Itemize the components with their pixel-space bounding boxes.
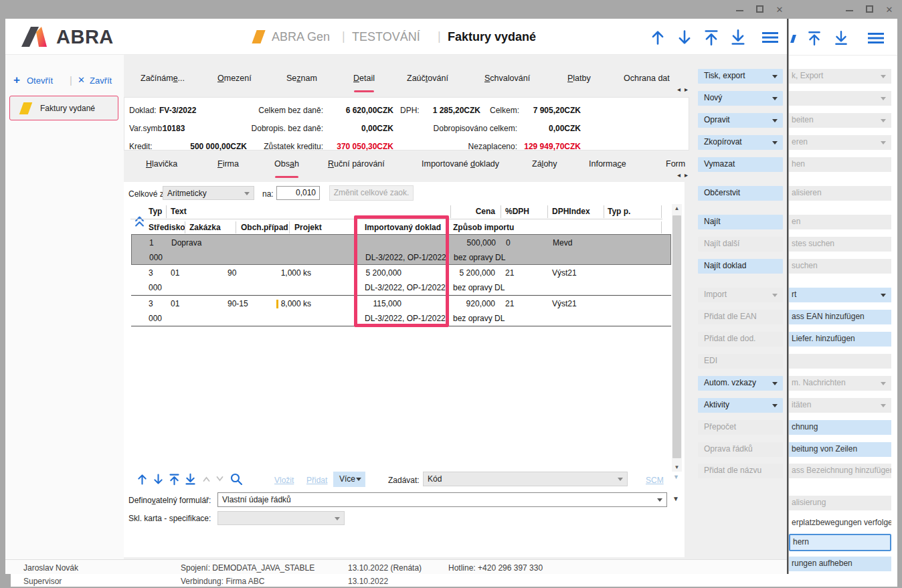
col-text[interactable]: Text <box>171 207 187 216</box>
main-tab[interactable]: Detail <box>353 74 375 90</box>
tab-scroll-right-icon[interactable]: ▸ <box>685 171 688 179</box>
more-button[interactable]: Více <box>333 472 365 487</box>
row-prev-icon[interactable] <box>202 476 211 482</box>
workspace-item-faktury-vydane[interactable]: Faktury vydané <box>9 96 118 120</box>
main-tab[interactable]: Začínáme... <box>141 74 185 90</box>
definable-form-select[interactable]: Vlastní údaje řádků <box>217 492 667 507</box>
backwin-button[interactable] <box>789 354 891 369</box>
close-button[interactable]: Zavřít <box>90 76 112 86</box>
open-button[interactable]: Otevřít <box>27 76 53 86</box>
record-top-button[interactable] <box>703 29 720 46</box>
window-maximize-button[interactable] <box>752 4 767 16</box>
sidebar-button[interactable]: Najít další <box>698 237 783 252</box>
sub-tab[interactable]: Hlavička <box>146 159 177 175</box>
backwin-move-top-button[interactable] <box>806 30 822 46</box>
record-next-button[interactable] <box>676 29 693 46</box>
backwin-button[interactable]: itäten <box>789 398 891 413</box>
sidebar-button[interactable]: Nový <box>698 91 783 106</box>
main-tab[interactable]: Seznam <box>286 74 317 90</box>
sub-tab[interactable]: Ruční párování <box>328 159 385 175</box>
tab-scroll-left-icon[interactable]: ◂ <box>677 171 681 179</box>
row-next-icon[interactable] <box>215 476 224 482</box>
sidebar-button[interactable]: Občerstvit <box>698 186 783 201</box>
backwin-menu-button[interactable] <box>867 31 885 45</box>
sidebar-button[interactable]: Vymazat <box>698 157 783 172</box>
backwin-maximize-button[interactable] <box>862 4 877 16</box>
col-cena[interactable]: Cena <box>428 207 495 216</box>
sidebar-button[interactable]: Přidat dle dod. <box>698 332 783 347</box>
sidebar-button[interactable]: Tisk, export <box>698 69 783 84</box>
row-up-button[interactable] <box>136 473 149 486</box>
main-tab[interactable]: Platby <box>567 74 591 90</box>
backwin-button[interactable]: rungen aufheben <box>789 557 891 571</box>
backwin-button[interactable]: en <box>789 215 891 229</box>
sidebar-button[interactable]: Přidat dle EAN <box>698 310 783 324</box>
sub-tab[interactable]: Form <box>666 159 685 175</box>
backwin-button[interactable]: beitung von Zeilen <box>789 442 891 457</box>
search-button[interactable] <box>230 472 243 486</box>
backwin-button[interactable]: ass EAN hinzufügen <box>789 310 891 324</box>
backwin-button[interactable]: beiten <box>789 113 891 128</box>
sidebar-button[interactable]: Přidat dle názvu <box>698 464 783 478</box>
sub-tab[interactable]: Importované doklady <box>422 159 499 175</box>
sidebar-button[interactable]: EDI <box>698 354 783 369</box>
table-scrollbar[interactable]: ▲ ▼ <box>672 204 682 472</box>
sub-tab[interactable]: Firma <box>217 159 239 175</box>
backwin-button[interactable]: eren <box>789 135 891 150</box>
backwin-button[interactable]: chnung <box>789 420 891 435</box>
sub-tab[interactable]: Zálohy <box>532 159 557 175</box>
sidebar-button[interactable]: Autom. vzkazy <box>698 376 783 391</box>
sidebar-button[interactable]: Import <box>698 288 783 302</box>
backwin-button[interactable]: alisierung <box>789 496 891 510</box>
backwin-button[interactable]: alisieren <box>789 186 891 201</box>
rounding-mode-select[interactable]: Aritmeticky <box>163 186 254 200</box>
col-zpusob-importu[interactable]: Způsob importu <box>453 223 514 232</box>
tab-scroll-left-icon[interactable]: ◂ <box>677 86 681 93</box>
backwin-button[interactable]: hern <box>789 534 891 551</box>
backwin-minimize-button[interactable] <box>842 4 856 16</box>
collapse-rows-icon[interactable] <box>134 215 145 228</box>
backwin-button[interactable]: stes suchen <box>789 237 891 252</box>
col-projekt[interactable]: Projekt <box>294 223 322 232</box>
window-minimize-button[interactable] <box>732 4 747 16</box>
row-bottom-button[interactable] <box>184 473 197 486</box>
backwin-button[interactable]: hen <box>789 157 891 172</box>
main-menu-button[interactable] <box>760 31 780 44</box>
backwin-button[interactable]: Liefer. hinzufügen <box>789 332 891 347</box>
main-tab[interactable]: Omezení <box>217 74 252 90</box>
record-bottom-button[interactable] <box>729 29 747 46</box>
scrollbar-thumb[interactable] <box>672 215 681 458</box>
backwin-button[interactable]: erplatzbewegungen verfolgen <box>789 516 891 530</box>
insert-link[interactable]: Vložit <box>274 476 294 485</box>
col-typp[interactable]: Typ p. <box>608 207 630 216</box>
backwin-move-bottom-button[interactable] <box>833 30 849 46</box>
record-first-button[interactable] <box>649 29 666 46</box>
col-typ[interactable]: Typ <box>149 207 162 216</box>
backwin-button[interactable] <box>789 91 891 106</box>
stock-card-spec-select[interactable] <box>217 511 345 525</box>
backwin-button[interactable]: m. Nachrichten <box>789 376 891 391</box>
row-down-button[interactable] <box>152 473 165 486</box>
backwin-close-button[interactable]: ✕ <box>882 4 897 16</box>
sidebar-button[interactable]: Najít doklad <box>698 259 783 274</box>
sidebar-button[interactable]: Opravit <box>698 113 783 128</box>
backwin-button[interactable]: suchen <box>789 259 891 274</box>
row-top-button[interactable] <box>168 473 181 486</box>
col-zakazka[interactable]: Zakázka <box>189 223 221 232</box>
rounding-value-input[interactable]: 0,010 <box>276 186 320 200</box>
col-dph[interactable]: %DPH <box>505 207 529 216</box>
add-link[interactable]: Přidat <box>306 476 327 485</box>
backwin-button[interactable]: ass Bezeichnung hinzufügen <box>789 464 891 478</box>
scm-link[interactable]: SCM <box>646 476 664 485</box>
form-extra-dropdown[interactable]: ▼ <box>672 495 679 502</box>
col-obchpripad[interactable]: Obch.případ <box>241 223 288 232</box>
sidebar-button[interactable]: Přepočet <box>698 420 783 435</box>
main-tab[interactable]: Ochrana dat <box>624 74 670 90</box>
sidebar-button[interactable]: Zkopírovat <box>698 135 783 150</box>
backwin-button[interactable]: k, Export <box>789 69 891 84</box>
main-tab[interactable]: Zaúčtování <box>407 74 448 90</box>
main-tab[interactable]: Schvalování <box>484 74 530 90</box>
scrollbar-down-icon[interactable]: ▼ <box>672 463 682 472</box>
backwin-button[interactable]: rt <box>789 288 891 302</box>
sidebar-button[interactable]: Aktivity <box>698 398 783 413</box>
